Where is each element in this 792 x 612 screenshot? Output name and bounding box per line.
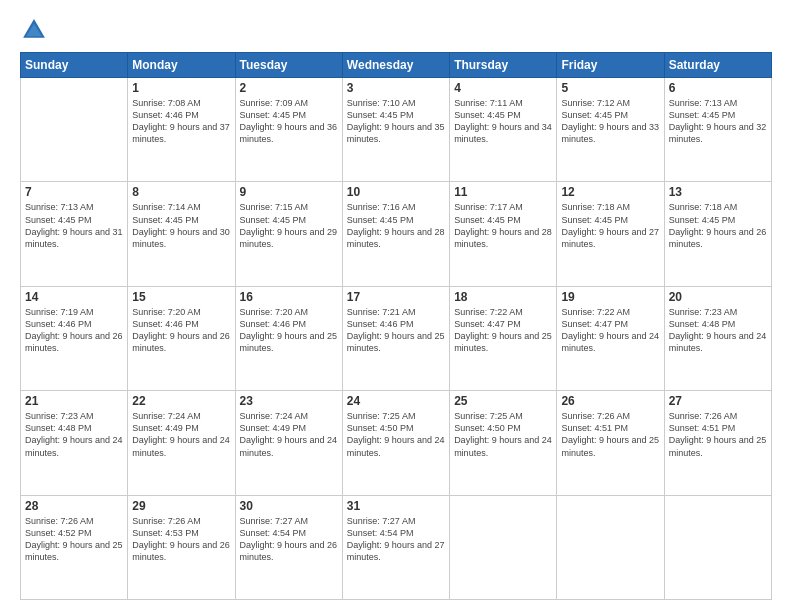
day-number: 19 bbox=[561, 290, 659, 304]
day-number: 16 bbox=[240, 290, 338, 304]
day-info: Sunrise: 7:13 AMSunset: 4:45 PMDaylight:… bbox=[669, 97, 767, 146]
day-cell bbox=[557, 495, 664, 599]
day-number: 20 bbox=[669, 290, 767, 304]
day-cell: 27Sunrise: 7:26 AMSunset: 4:51 PMDayligh… bbox=[664, 391, 771, 495]
day-cell: 23Sunrise: 7:24 AMSunset: 4:49 PMDayligh… bbox=[235, 391, 342, 495]
day-number: 27 bbox=[669, 394, 767, 408]
day-number: 6 bbox=[669, 81, 767, 95]
day-number: 22 bbox=[132, 394, 230, 408]
day-number: 31 bbox=[347, 499, 445, 513]
day-cell: 26Sunrise: 7:26 AMSunset: 4:51 PMDayligh… bbox=[557, 391, 664, 495]
day-info: Sunrise: 7:22 AMSunset: 4:47 PMDaylight:… bbox=[454, 306, 552, 355]
day-cell: 17Sunrise: 7:21 AMSunset: 4:46 PMDayligh… bbox=[342, 286, 449, 390]
day-cell: 19Sunrise: 7:22 AMSunset: 4:47 PMDayligh… bbox=[557, 286, 664, 390]
week-row-4: 21Sunrise: 7:23 AMSunset: 4:48 PMDayligh… bbox=[21, 391, 772, 495]
day-number: 26 bbox=[561, 394, 659, 408]
day-info: Sunrise: 7:26 AMSunset: 4:52 PMDaylight:… bbox=[25, 515, 123, 564]
day-header-tuesday: Tuesday bbox=[235, 53, 342, 78]
day-number: 25 bbox=[454, 394, 552, 408]
day-cell: 1Sunrise: 7:08 AMSunset: 4:46 PMDaylight… bbox=[128, 78, 235, 182]
day-number: 14 bbox=[25, 290, 123, 304]
day-header-monday: Monday bbox=[128, 53, 235, 78]
day-info: Sunrise: 7:11 AMSunset: 4:45 PMDaylight:… bbox=[454, 97, 552, 146]
day-cell: 29Sunrise: 7:26 AMSunset: 4:53 PMDayligh… bbox=[128, 495, 235, 599]
day-number: 24 bbox=[347, 394, 445, 408]
day-info: Sunrise: 7:26 AMSunset: 4:51 PMDaylight:… bbox=[669, 410, 767, 459]
day-header-friday: Friday bbox=[557, 53, 664, 78]
day-info: Sunrise: 7:26 AMSunset: 4:51 PMDaylight:… bbox=[561, 410, 659, 459]
day-info: Sunrise: 7:23 AMSunset: 4:48 PMDaylight:… bbox=[25, 410, 123, 459]
day-info: Sunrise: 7:10 AMSunset: 4:45 PMDaylight:… bbox=[347, 97, 445, 146]
day-info: Sunrise: 7:23 AMSunset: 4:48 PMDaylight:… bbox=[669, 306, 767, 355]
day-number: 18 bbox=[454, 290, 552, 304]
day-cell: 15Sunrise: 7:20 AMSunset: 4:46 PMDayligh… bbox=[128, 286, 235, 390]
day-info: Sunrise: 7:26 AMSunset: 4:53 PMDaylight:… bbox=[132, 515, 230, 564]
day-cell: 28Sunrise: 7:26 AMSunset: 4:52 PMDayligh… bbox=[21, 495, 128, 599]
day-cell: 7Sunrise: 7:13 AMSunset: 4:45 PMDaylight… bbox=[21, 182, 128, 286]
day-info: Sunrise: 7:13 AMSunset: 4:45 PMDaylight:… bbox=[25, 201, 123, 250]
day-info: Sunrise: 7:14 AMSunset: 4:45 PMDaylight:… bbox=[132, 201, 230, 250]
day-number: 23 bbox=[240, 394, 338, 408]
day-number: 30 bbox=[240, 499, 338, 513]
day-number: 8 bbox=[132, 185, 230, 199]
day-number: 12 bbox=[561, 185, 659, 199]
day-cell: 6Sunrise: 7:13 AMSunset: 4:45 PMDaylight… bbox=[664, 78, 771, 182]
day-info: Sunrise: 7:21 AMSunset: 4:46 PMDaylight:… bbox=[347, 306, 445, 355]
page: SundayMondayTuesdayWednesdayThursdayFrid… bbox=[0, 0, 792, 612]
day-cell: 14Sunrise: 7:19 AMSunset: 4:46 PMDayligh… bbox=[21, 286, 128, 390]
day-cell: 2Sunrise: 7:09 AMSunset: 4:45 PMDaylight… bbox=[235, 78, 342, 182]
day-cell: 21Sunrise: 7:23 AMSunset: 4:48 PMDayligh… bbox=[21, 391, 128, 495]
day-number: 13 bbox=[669, 185, 767, 199]
day-number: 11 bbox=[454, 185, 552, 199]
day-cell: 22Sunrise: 7:24 AMSunset: 4:49 PMDayligh… bbox=[128, 391, 235, 495]
week-row-1: 1Sunrise: 7:08 AMSunset: 4:46 PMDaylight… bbox=[21, 78, 772, 182]
day-header-thursday: Thursday bbox=[450, 53, 557, 78]
day-cell: 11Sunrise: 7:17 AMSunset: 4:45 PMDayligh… bbox=[450, 182, 557, 286]
day-info: Sunrise: 7:17 AMSunset: 4:45 PMDaylight:… bbox=[454, 201, 552, 250]
day-cell bbox=[450, 495, 557, 599]
day-info: Sunrise: 7:18 AMSunset: 4:45 PMDaylight:… bbox=[669, 201, 767, 250]
calendar-table: SundayMondayTuesdayWednesdayThursdayFrid… bbox=[20, 52, 772, 600]
day-cell: 8Sunrise: 7:14 AMSunset: 4:45 PMDaylight… bbox=[128, 182, 235, 286]
day-number: 3 bbox=[347, 81, 445, 95]
day-info: Sunrise: 7:27 AMSunset: 4:54 PMDaylight:… bbox=[347, 515, 445, 564]
logo bbox=[20, 16, 52, 44]
day-info: Sunrise: 7:24 AMSunset: 4:49 PMDaylight:… bbox=[240, 410, 338, 459]
day-info: Sunrise: 7:22 AMSunset: 4:47 PMDaylight:… bbox=[561, 306, 659, 355]
day-cell: 12Sunrise: 7:18 AMSunset: 4:45 PMDayligh… bbox=[557, 182, 664, 286]
day-cell: 5Sunrise: 7:12 AMSunset: 4:45 PMDaylight… bbox=[557, 78, 664, 182]
day-number: 29 bbox=[132, 499, 230, 513]
day-number: 5 bbox=[561, 81, 659, 95]
day-info: Sunrise: 7:16 AMSunset: 4:45 PMDaylight:… bbox=[347, 201, 445, 250]
day-number: 17 bbox=[347, 290, 445, 304]
day-info: Sunrise: 7:27 AMSunset: 4:54 PMDaylight:… bbox=[240, 515, 338, 564]
day-info: Sunrise: 7:24 AMSunset: 4:49 PMDaylight:… bbox=[132, 410, 230, 459]
day-info: Sunrise: 7:08 AMSunset: 4:46 PMDaylight:… bbox=[132, 97, 230, 146]
week-row-2: 7Sunrise: 7:13 AMSunset: 4:45 PMDaylight… bbox=[21, 182, 772, 286]
day-cell: 3Sunrise: 7:10 AMSunset: 4:45 PMDaylight… bbox=[342, 78, 449, 182]
day-info: Sunrise: 7:12 AMSunset: 4:45 PMDaylight:… bbox=[561, 97, 659, 146]
day-header-saturday: Saturday bbox=[664, 53, 771, 78]
day-number: 15 bbox=[132, 290, 230, 304]
day-header-wednesday: Wednesday bbox=[342, 53, 449, 78]
day-info: Sunrise: 7:20 AMSunset: 4:46 PMDaylight:… bbox=[240, 306, 338, 355]
week-row-3: 14Sunrise: 7:19 AMSunset: 4:46 PMDayligh… bbox=[21, 286, 772, 390]
day-number: 4 bbox=[454, 81, 552, 95]
day-number: 2 bbox=[240, 81, 338, 95]
day-number: 21 bbox=[25, 394, 123, 408]
day-number: 10 bbox=[347, 185, 445, 199]
day-info: Sunrise: 7:09 AMSunset: 4:45 PMDaylight:… bbox=[240, 97, 338, 146]
day-cell: 25Sunrise: 7:25 AMSunset: 4:50 PMDayligh… bbox=[450, 391, 557, 495]
day-cell bbox=[21, 78, 128, 182]
calendar-header-row: SundayMondayTuesdayWednesdayThursdayFrid… bbox=[21, 53, 772, 78]
week-row-5: 28Sunrise: 7:26 AMSunset: 4:52 PMDayligh… bbox=[21, 495, 772, 599]
day-number: 1 bbox=[132, 81, 230, 95]
day-cell: 20Sunrise: 7:23 AMSunset: 4:48 PMDayligh… bbox=[664, 286, 771, 390]
day-info: Sunrise: 7:19 AMSunset: 4:46 PMDaylight:… bbox=[25, 306, 123, 355]
day-cell: 9Sunrise: 7:15 AMSunset: 4:45 PMDaylight… bbox=[235, 182, 342, 286]
day-cell: 13Sunrise: 7:18 AMSunset: 4:45 PMDayligh… bbox=[664, 182, 771, 286]
day-cell: 24Sunrise: 7:25 AMSunset: 4:50 PMDayligh… bbox=[342, 391, 449, 495]
day-cell: 31Sunrise: 7:27 AMSunset: 4:54 PMDayligh… bbox=[342, 495, 449, 599]
day-header-sunday: Sunday bbox=[21, 53, 128, 78]
header bbox=[20, 16, 772, 44]
